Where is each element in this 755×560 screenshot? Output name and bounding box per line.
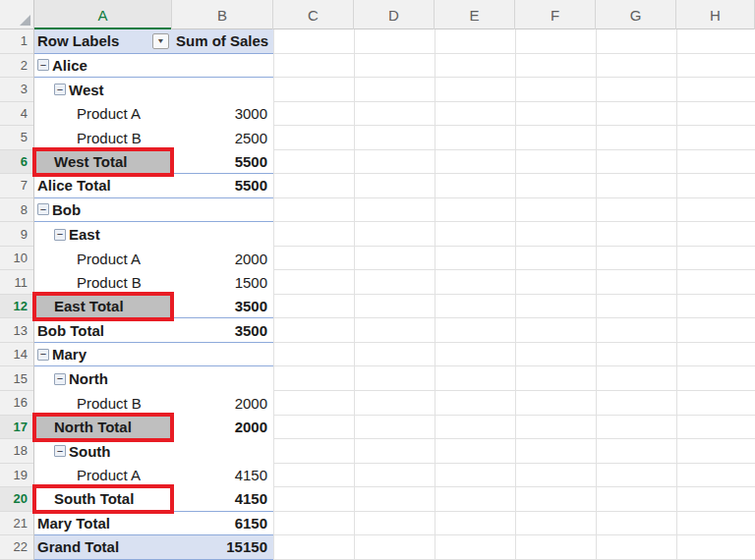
row-header-2[interactable]: 2 xyxy=(0,54,33,79)
cell-A2[interactable]: −Alice xyxy=(34,54,172,78)
row-labels-header-cell[interactable]: Row Labels ▼ xyxy=(34,29,172,53)
empty-cells[interactable] xyxy=(273,150,755,175)
empty-cells[interactable] xyxy=(273,391,755,416)
cell-B7[interactable]: 5500 xyxy=(172,174,273,197)
cell-A11[interactable]: Product B xyxy=(34,270,172,295)
column-header-B[interactable]: B xyxy=(172,0,273,29)
empty-cells[interactable] xyxy=(273,29,755,54)
empty-cells[interactable] xyxy=(273,270,755,295)
cell-A4[interactable]: Product A xyxy=(34,102,172,127)
collapse-minus-icon[interactable]: − xyxy=(54,84,66,95)
cell-B22[interactable]: 15150 xyxy=(172,535,273,559)
empty-cells[interactable] xyxy=(273,439,755,464)
row-header-19[interactable]: 19 xyxy=(0,464,33,488)
empty-cells[interactable] xyxy=(273,54,755,79)
cell-B16[interactable]: 2000 xyxy=(172,391,273,416)
cell-B9[interactable] xyxy=(172,222,273,247)
cell-B3[interactable] xyxy=(172,78,273,102)
empty-cells[interactable] xyxy=(273,512,755,536)
row-header-9[interactable]: 9 xyxy=(0,222,33,247)
empty-cells[interactable] xyxy=(273,102,755,127)
column-header-H[interactable]: H xyxy=(676,0,755,29)
cell-A12[interactable]: East Total xyxy=(34,295,172,318)
cell-A3[interactable]: −West xyxy=(34,78,172,102)
cell-B11[interactable]: 1500 xyxy=(172,270,273,295)
empty-cells[interactable] xyxy=(273,487,755,512)
row-header-7[interactable]: 7 xyxy=(0,174,33,198)
empty-cells[interactable] xyxy=(273,222,755,247)
cell-B5[interactable]: 2500 xyxy=(172,126,273,150)
empty-cells[interactable] xyxy=(273,247,755,271)
row-header-16[interactable]: 16 xyxy=(0,391,33,416)
cell-A9[interactable]: −East xyxy=(34,222,172,247)
empty-cells[interactable] xyxy=(273,78,755,102)
empty-cells[interactable] xyxy=(273,535,755,560)
select-all-corner[interactable] xyxy=(0,0,34,29)
row-header-4[interactable]: 4 xyxy=(0,102,33,127)
cell-A16[interactable]: Product B xyxy=(34,391,172,416)
row-header-3[interactable]: 3 xyxy=(0,78,33,102)
collapse-minus-icon[interactable]: − xyxy=(37,59,49,71)
cell-B15[interactable] xyxy=(172,366,273,391)
row-header-10[interactable]: 10 xyxy=(0,247,33,271)
collapse-minus-icon[interactable]: − xyxy=(37,203,49,215)
cell-B20[interactable]: 4150 xyxy=(172,487,273,511)
empty-cells[interactable] xyxy=(273,464,755,488)
row-header-21[interactable]: 21 xyxy=(0,512,33,536)
cell-B13[interactable]: 3500 xyxy=(172,318,273,342)
column-header-D[interactable]: D xyxy=(354,0,435,29)
cell-B18[interactable] xyxy=(172,439,273,464)
column-header-E[interactable]: E xyxy=(435,0,515,29)
row-header-6[interactable]: 6 xyxy=(0,150,33,175)
empty-cells[interactable] xyxy=(273,366,755,391)
cell-A13[interactable]: Bob Total xyxy=(34,318,172,342)
column-header-C[interactable]: C xyxy=(273,0,354,29)
cell-A8[interactable]: −Bob xyxy=(34,198,172,222)
row-header-14[interactable]: 14 xyxy=(0,343,33,367)
empty-cells[interactable] xyxy=(273,416,755,440)
empty-cells[interactable] xyxy=(273,126,755,150)
empty-cells[interactable] xyxy=(273,174,755,198)
row-header-11[interactable]: 11 xyxy=(0,270,33,295)
empty-cells[interactable] xyxy=(273,198,755,223)
row-header-5[interactable]: 5 xyxy=(0,126,33,150)
cell-B14[interactable] xyxy=(172,343,273,366)
cell-A6[interactable]: West Total xyxy=(34,150,172,174)
cell-A14[interactable]: −Mary xyxy=(34,343,172,366)
empty-cells[interactable] xyxy=(273,295,755,319)
cell-B10[interactable]: 2000 xyxy=(172,247,273,271)
row-header-18[interactable]: 18 xyxy=(0,439,33,464)
cell-A17[interactable]: North Total xyxy=(34,416,172,440)
cell-B4[interactable]: 3000 xyxy=(172,102,273,127)
row-header-20[interactable]: 20 xyxy=(0,487,33,512)
row-header-12[interactable]: 12 xyxy=(0,295,33,319)
cell-A15[interactable]: −North xyxy=(34,366,172,391)
cell-A19[interactable]: Product A xyxy=(34,464,172,488)
column-header-F[interactable]: F xyxy=(515,0,596,29)
row-header-13[interactable]: 13 xyxy=(0,318,33,343)
row-header-22[interactable]: 22 xyxy=(0,535,33,560)
column-header-G[interactable]: G xyxy=(596,0,676,29)
cell-A5[interactable]: Product B xyxy=(34,126,172,150)
cell-A18[interactable]: −South xyxy=(34,439,172,464)
collapse-minus-icon[interactable]: − xyxy=(37,349,49,361)
cell-A22[interactable]: Grand Total xyxy=(34,535,172,559)
cell-A20[interactable]: South Total xyxy=(34,487,172,511)
cell-B2[interactable] xyxy=(172,54,273,78)
collapse-minus-icon[interactable]: − xyxy=(54,229,66,241)
column-header-A[interactable]: A xyxy=(34,0,172,29)
row-header-8[interactable]: 8 xyxy=(0,198,33,223)
collapse-minus-icon[interactable]: − xyxy=(54,445,66,457)
row-header-15[interactable]: 15 xyxy=(0,366,33,391)
cell-B17[interactable]: 2000 xyxy=(172,416,273,440)
filter-dropdown-button[interactable]: ▼ xyxy=(152,33,169,49)
cell-A21[interactable]: Mary Total xyxy=(34,512,172,535)
cell-B21[interactable]: 6150 xyxy=(172,512,273,535)
cell-B6[interactable]: 5500 xyxy=(172,150,273,174)
row-header-17[interactable]: 17 xyxy=(0,416,33,440)
cell-B19[interactable]: 4150 xyxy=(172,464,273,488)
cell-B12[interactable]: 3500 xyxy=(172,295,273,318)
row-header-1[interactable]: 1 xyxy=(0,29,33,54)
cell-B8[interactable] xyxy=(172,198,273,222)
cell-A7[interactable]: Alice Total xyxy=(34,174,172,197)
